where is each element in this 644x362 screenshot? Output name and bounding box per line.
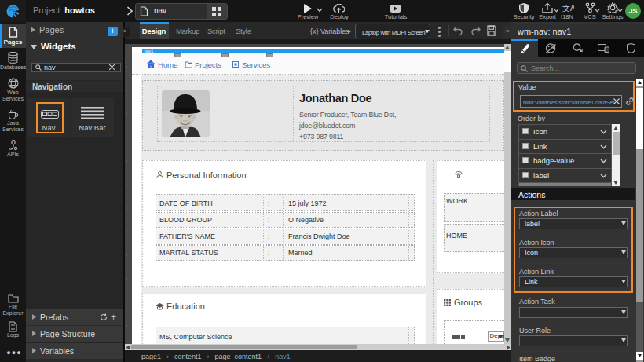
svg-text:文A: 文A [562, 4, 574, 13]
